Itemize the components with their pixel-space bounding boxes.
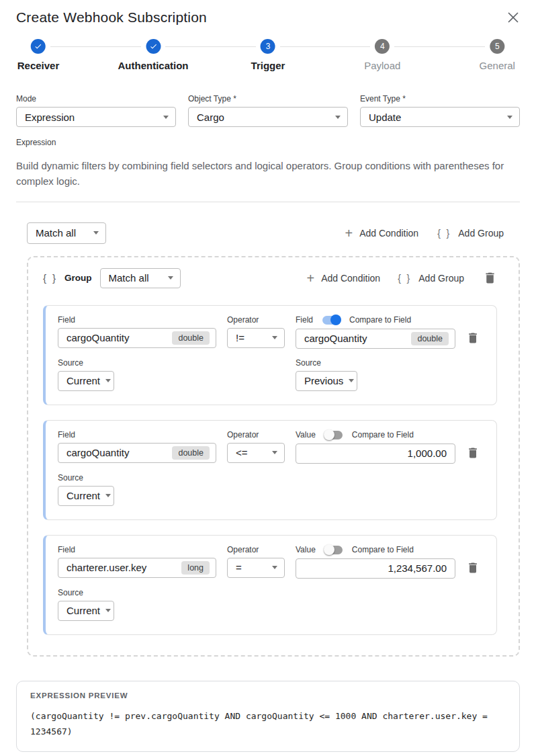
braces-icon: { }	[437, 228, 451, 239]
value-label: Value	[296, 430, 316, 439]
step-trigger[interactable]: 3 Trigger	[251, 39, 285, 71]
source-label: Source	[58, 588, 216, 597]
field-value: cargoQuantity	[66, 447, 129, 458]
event-type-label: Event Type *	[360, 94, 520, 103]
step-label: Receiver	[17, 60, 60, 71]
event-type-select[interactable]: Update	[360, 107, 520, 127]
type-badge: double	[172, 331, 210, 345]
expression-preview: EXPRESSION PREVIEW (cargoQuantity != pre…	[16, 681, 520, 753]
add-condition-button[interactable]: + Add Condition	[345, 226, 418, 240]
compare-field-input[interactable]: cargoQuantity double	[296, 329, 455, 349]
group-add-condition-button[interactable]: + Add Condition	[306, 271, 380, 285]
step-payload[interactable]: 4 Payload	[364, 39, 400, 71]
delete-condition-icon[interactable]	[466, 331, 480, 345]
delete-group-icon[interactable]	[483, 271, 497, 285]
object-type-select[interactable]: Cargo	[188, 107, 348, 127]
step-receiver[interactable]: Receiver	[17, 39, 60, 71]
step-number: 5	[490, 39, 504, 54]
source-cell: Source Current	[58, 588, 216, 621]
caret-down-icon	[105, 609, 111, 612]
source-label: Source	[296, 358, 455, 368]
braces-icon: { }	[398, 273, 412, 284]
right-source-select[interactable]: Previous	[296, 371, 357, 391]
trigger-form: Mode Expression Object Type * Cargo Even…	[16, 94, 520, 127]
type-badge: double	[172, 446, 210, 460]
field-input[interactable]: cargoQuantity double	[58, 443, 216, 463]
delete-condition-icon[interactable]	[466, 561, 480, 575]
object-type-label: Object Type *	[188, 94, 348, 103]
source-label: Source	[58, 473, 216, 482]
step-authentication[interactable]: Authentication	[118, 39, 189, 71]
operator-cell: Operator !=	[227, 315, 285, 349]
caret-down-icon	[349, 379, 354, 382]
value-label: Value	[296, 545, 316, 554]
dialog-header: Create Webhook Subscription	[16, 9, 520, 26]
field-input[interactable]: cargoQuantity double	[58, 328, 216, 348]
add-condition-label: Add Condition	[359, 228, 418, 239]
toggle-thumb	[324, 544, 334, 555]
right-source-cell: Source Previous	[296, 358, 455, 391]
right-field-label: Field	[296, 315, 313, 325]
caret-down-icon	[105, 494, 111, 497]
field-input[interactable]: charterer.user.key long	[58, 558, 216, 578]
step-connector	[280, 46, 370, 47]
condition-group: { } Group Match all + Add Condition { } …	[27, 256, 520, 657]
step-general[interactable]: 5 General	[480, 39, 515, 71]
toggle-thumb	[324, 429, 334, 440]
source-select[interactable]: Current	[58, 601, 114, 621]
compare-field-cell: Field Compare to Field cargoQuantity dou…	[296, 315, 455, 349]
caret-down-icon	[272, 451, 277, 454]
expression-label: Expression	[16, 138, 520, 147]
trash-cell	[466, 315, 486, 349]
group-match-select[interactable]: Match all	[100, 268, 181, 288]
dialog-title: Create Webhook Subscription	[16, 9, 207, 26]
create-webhook-dialog: Create Webhook Subscription Receiver Aut…	[0, 0, 536, 756]
step-number: 4	[375, 39, 390, 54]
source-select[interactable]: Current	[58, 486, 114, 506]
group-add-group-button[interactable]: { } Add Group	[398, 273, 464, 284]
operator-select[interactable]: =	[227, 558, 285, 578]
operator-value: =	[236, 562, 242, 573]
caret-down-icon	[168, 276, 173, 280]
operator-select[interactable]: <=	[227, 443, 285, 463]
compare-to-field-toggle[interactable]	[322, 316, 340, 325]
close-icon[interactable]	[506, 11, 520, 24]
caret-down-icon	[105, 379, 111, 382]
field-label: Field	[58, 315, 216, 325]
root-actions: + Add Condition { } Add Group	[345, 226, 504, 240]
value-input[interactable]	[296, 444, 455, 464]
step-label: Payload	[364, 60, 400, 71]
value-input[interactable]	[296, 558, 455, 579]
root-builder-bar: Match all + Add Condition { } Add Group	[16, 222, 520, 244]
value-cell: Value Compare to Field	[296, 430, 455, 464]
operator-select[interactable]: !=	[227, 328, 285, 348]
field-cell: Field cargoQuantity double	[58, 430, 216, 464]
mode-label: Mode	[16, 94, 176, 103]
root-match-select[interactable]: Match all	[27, 222, 106, 244]
add-group-label: Add Group	[458, 228, 504, 239]
compare-to-field-label: Compare to Field	[352, 545, 414, 554]
type-badge: double	[411, 332, 449, 345]
divider	[16, 202, 520, 202]
operator-label: Operator	[227, 545, 285, 554]
compare-to-field-toggle[interactable]	[325, 546, 343, 554]
object-type-field: Object Type * Cargo	[188, 94, 348, 127]
expression-preview-code: (cargoQuantity != prev.cargoQuantity AND…	[30, 708, 506, 740]
operator-label: Operator	[227, 430, 285, 439]
group-match-value: Match all	[109, 272, 149, 284]
add-group-button[interactable]: { } Add Group	[437, 228, 504, 239]
compare-to-field-toggle[interactable]	[325, 431, 343, 439]
operator-label: Operator	[227, 315, 285, 325]
condition-card: Field cargoQuantity double Operator !=	[43, 305, 497, 405]
check-icon	[31, 39, 46, 54]
mode-field: Mode Expression	[16, 94, 176, 127]
source-label: Source	[58, 358, 216, 368]
source-select[interactable]: Current	[58, 371, 114, 391]
trash-cell	[466, 430, 486, 464]
field-value: cargoQuantity	[304, 333, 367, 344]
group-title: Group	[64, 273, 92, 283]
mode-select[interactable]: Expression	[16, 107, 176, 127]
field-label: Field	[58, 430, 216, 439]
expression-description: Build dynamic filters by combining field…	[16, 158, 520, 190]
delete-condition-icon[interactable]	[466, 446, 480, 460]
